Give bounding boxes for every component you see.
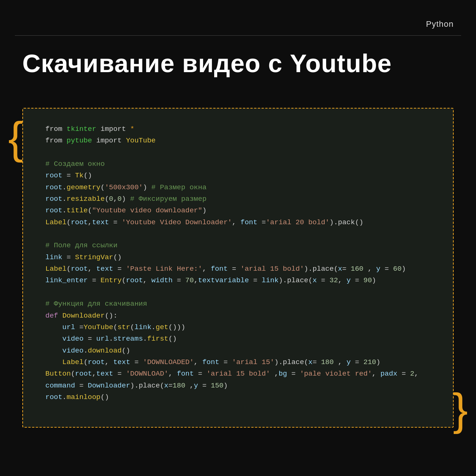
separator-line	[15, 35, 461, 36]
language-label: Python	[426, 19, 454, 29]
code-block: from tkinter import * from pytube import…	[34, 116, 442, 419]
brace-left: {	[8, 115, 23, 160]
code-container: from tkinter import * from pytube import…	[22, 108, 454, 428]
page-title: Скачивание видео с Youtube	[22, 48, 454, 79]
brace-right: }	[453, 387, 468, 431]
